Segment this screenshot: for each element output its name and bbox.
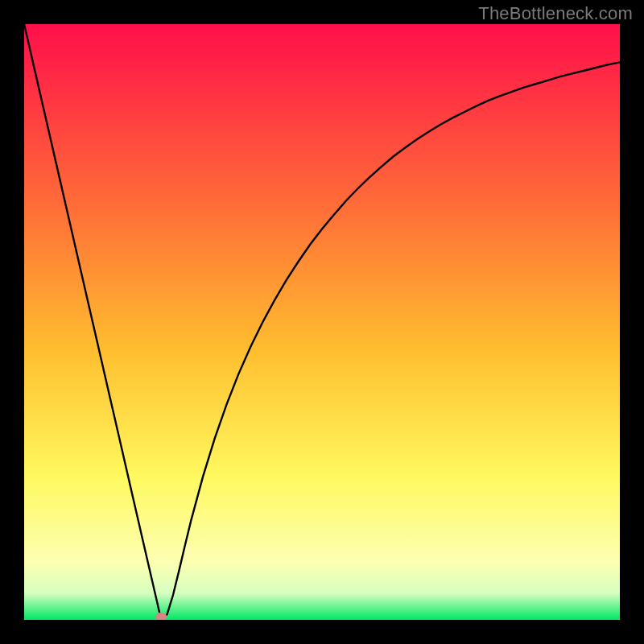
attribution-label: TheBottleneck.com (478, 3, 633, 24)
chart-frame: TheBottleneck.com (0, 0, 644, 644)
gradient-background (24, 24, 620, 620)
chart-svg (24, 24, 620, 620)
plot-area (24, 24, 620, 620)
